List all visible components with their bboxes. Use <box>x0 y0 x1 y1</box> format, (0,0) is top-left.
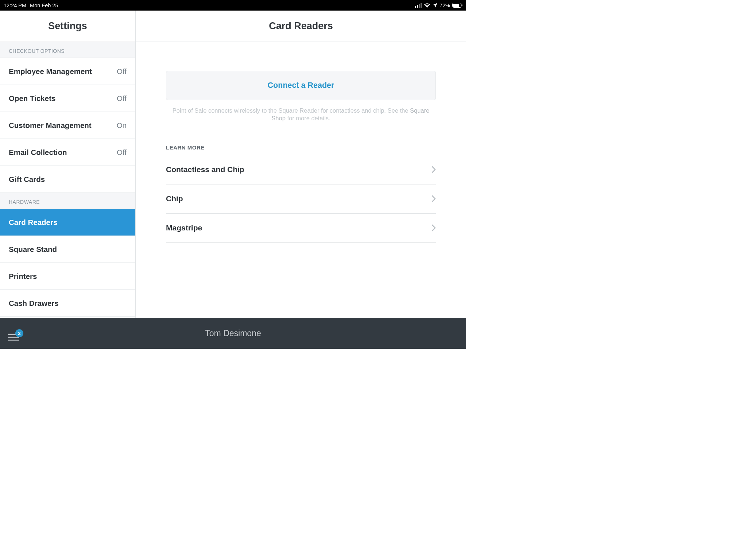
sidebar-item-label: Open Tickets <box>9 94 55 103</box>
sidebar-item-label: Gift Cards <box>9 175 45 184</box>
sidebar-item[interactable]: Printers <box>0 263 135 290</box>
account-name[interactable]: Tom Desimone <box>205 328 261 338</box>
sidebar-item-label: Printers <box>9 272 37 281</box>
sidebar-item-label: Employee Management <box>9 67 92 76</box>
sidebar-item[interactable]: Gift Cards <box>0 166 135 193</box>
bottom-bar: 3 Tom Desimone <box>0 318 466 349</box>
learn-more-item[interactable]: Magstripe <box>166 214 436 243</box>
sidebar-item-label: Email Collection <box>9 148 67 157</box>
learn-more-label: Magstripe <box>166 223 202 232</box>
learn-more-header: LEARN MORE <box>166 144 436 155</box>
section-header: CHECKOUT OPTIONS <box>0 42 135 58</box>
sidebar-item-value: Off <box>117 148 127 157</box>
wifi-icon <box>424 3 430 8</box>
svg-rect-0 <box>415 6 416 8</box>
settings-sidebar: Settings CHECKOUT OPTIONSEmployee Manage… <box>0 11 136 318</box>
menu-button[interactable]: 3 <box>8 334 19 342</box>
statusbar-time: 12:24 PM <box>4 3 26 8</box>
section-header: HARDWARE <box>0 193 135 209</box>
connect-help-text: Point of Sale connects wirelessly to the… <box>170 107 432 122</box>
sidebar-item-label: Cash Drawers <box>9 299 59 308</box>
svg-rect-6 <box>462 4 462 6</box>
statusbar-date: Mon Feb 25 <box>30 3 58 8</box>
sidebar-item-label: Customer Management <box>9 121 92 130</box>
sidebar-item[interactable]: Open TicketsOff <box>0 85 135 112</box>
sidebar-item[interactable]: Square Stand <box>0 236 135 263</box>
sidebar-item[interactable]: Card Readers <box>0 209 135 236</box>
status-bar: 12:24 PM Mon Feb 25 72% <box>0 0 466 11</box>
svg-rect-3 <box>421 3 422 8</box>
svg-rect-1 <box>417 5 418 8</box>
sidebar-header: Settings <box>0 11 135 42</box>
sidebar-item-value: On <box>117 121 127 130</box>
chevron-right-icon <box>431 224 436 232</box>
connect-reader-label: Connect a Reader <box>268 81 334 90</box>
sidebar-item-value: Off <box>117 94 127 103</box>
learn-more-label: Contactless and Chip <box>166 165 244 174</box>
sidebar-item[interactable]: Cash Drawers <box>0 290 135 317</box>
chevron-right-icon <box>431 195 436 202</box>
learn-more-item[interactable]: Contactless and Chip <box>166 155 436 184</box>
battery-icon <box>452 3 462 8</box>
sidebar-item[interactable]: Employee ManagementOff <box>0 58 135 85</box>
svg-rect-2 <box>419 4 420 8</box>
chevron-right-icon <box>431 166 436 173</box>
sidebar-title: Settings <box>48 20 87 32</box>
detail-pane: Card Readers Connect a Reader Point of S… <box>136 11 466 318</box>
learn-more-label: Chip <box>166 194 183 203</box>
svg-rect-5 <box>453 4 459 7</box>
sidebar-item-value: Off <box>117 67 127 76</box>
menu-badge: 3 <box>15 329 23 337</box>
statusbar-battery-pct: 72% <box>440 3 450 8</box>
sidebar-item[interactable]: Customer ManagementOn <box>0 112 135 139</box>
sidebar-item-label: Square Stand <box>9 245 57 254</box>
location-icon <box>433 3 437 8</box>
connect-reader-button[interactable]: Connect a Reader <box>166 71 436 100</box>
detail-title: Card Readers <box>269 20 333 32</box>
sidebar-item[interactable]: Email CollectionOff <box>0 139 135 166</box>
cell-signal-icon <box>415 3 422 8</box>
sidebar-item-label: Card Readers <box>9 218 57 227</box>
learn-more-item[interactable]: Chip <box>166 184 436 214</box>
